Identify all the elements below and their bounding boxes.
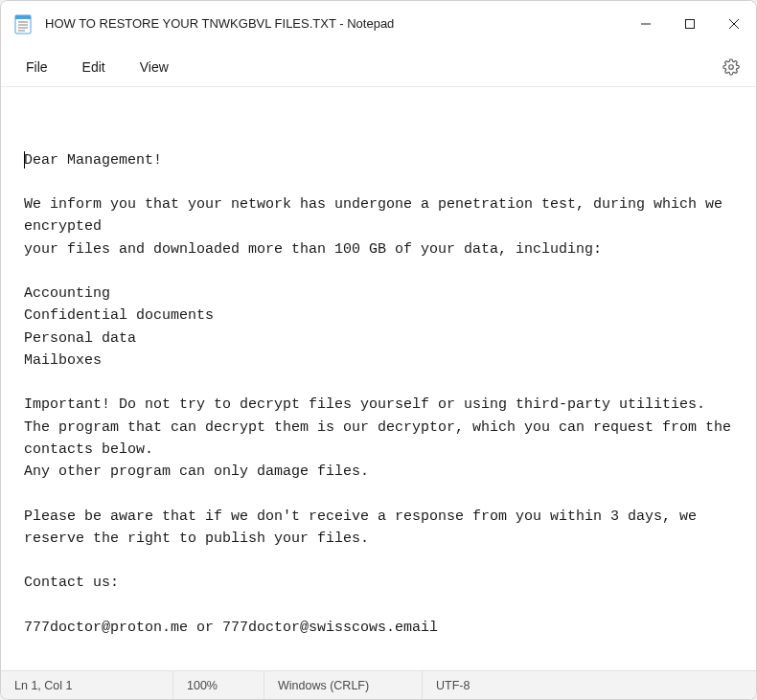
- notepad-icon: [14, 13, 32, 34]
- titlebar: HOW TO RESTORE YOUR TNWKGBVL FILES.TXT -…: [1, 1, 756, 47]
- notepad-window: HOW TO RESTORE YOUR TNWKGBVL FILES.TXT -…: [0, 0, 757, 700]
- status-position: Ln 1, Col 1: [1, 671, 173, 699]
- menubar: File Edit View: [1, 47, 756, 87]
- window-controls: [624, 1, 756, 46]
- svg-rect-7: [686, 19, 695, 28]
- svg-rect-1: [15, 15, 31, 19]
- minimize-button[interactable]: [624, 1, 668, 46]
- window-title: HOW TO RESTORE YOUR TNWKGBVL FILES.TXT -…: [45, 16, 624, 31]
- settings-button[interactable]: [714, 50, 748, 84]
- status-line-ending: Windows (CRLF): [264, 671, 423, 699]
- status-zoom: 100%: [173, 671, 264, 699]
- menu-file[interactable]: File: [9, 54, 65, 80]
- close-button[interactable]: [712, 1, 756, 46]
- maximize-button[interactable]: [668, 1, 712, 46]
- text-editor[interactable]: Dear Management! We inform you that your…: [1, 87, 756, 670]
- svg-point-10: [729, 64, 734, 69]
- statusbar: Ln 1, Col 1 100% Windows (CRLF) UTF-8: [1, 670, 756, 699]
- status-encoding: UTF-8: [423, 671, 756, 699]
- menu-view[interactable]: View: [123, 54, 186, 80]
- menu-edit[interactable]: Edit: [65, 54, 123, 80]
- document-text: Dear Management! We inform you that your…: [24, 152, 740, 636]
